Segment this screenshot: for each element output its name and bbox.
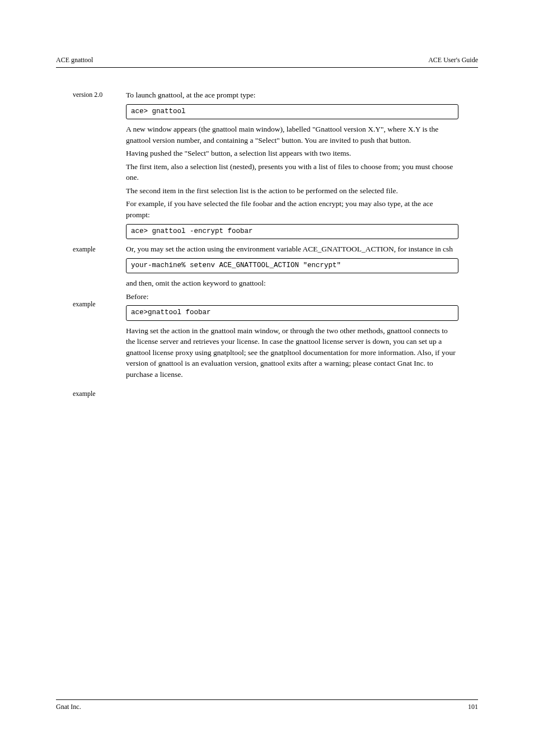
paragraph-before: Before: [126, 291, 458, 302]
paragraph-launch: To launch gnattool, at the ace prompt ty… [126, 90, 458, 101]
page: ACE gnattool ACE User's Guide version 2.… [0, 0, 534, 756]
code-block-foobar: ace>gnattool foobar [126, 305, 458, 321]
paragraph-select-list: Having pushed the "Select" button, a sel… [126, 148, 458, 159]
paragraph-env-var: Or, you may set the action using the env… [126, 244, 458, 255]
footer-left: Gnat Inc. [56, 703, 81, 711]
paragraph-second-item: The second item in the first selection l… [126, 185, 458, 197]
side-label-version: version 2.0 [73, 91, 102, 99]
side-label-example-3: example [73, 390, 96, 398]
header-right: ACE User's Guide [428, 56, 478, 64]
code-block-launch: ace> gnattool [126, 104, 458, 120]
paragraph-example-intro: For example, if you have selected the fi… [126, 198, 458, 220]
paragraph-license: Having set the action in the gnattool ma… [126, 325, 458, 380]
code-block-encrypt: ace> gnattool -encrypt foobar [126, 224, 458, 240]
content-column: To launch gnattool, at the ace prompt ty… [126, 90, 458, 382]
side-label-example-1: example [73, 245, 96, 254]
header-left: ACE gnattool [56, 56, 93, 64]
paragraph-omit-action: and then, omit the action keyword to gna… [126, 278, 458, 289]
footer-page-number: 101 [468, 703, 478, 711]
side-label-example-2: example [73, 300, 96, 309]
footer-rule [56, 699, 478, 700]
header-rule [56, 67, 478, 68]
paragraph-window-desc: A new window appears (the gnattool main … [126, 124, 458, 146]
code-block-setenv: your-machine% setenv ACE_GNATTOOL_ACTION… [126, 258, 458, 274]
paragraph-first-item: The first item, also a selection list (n… [126, 161, 458, 183]
